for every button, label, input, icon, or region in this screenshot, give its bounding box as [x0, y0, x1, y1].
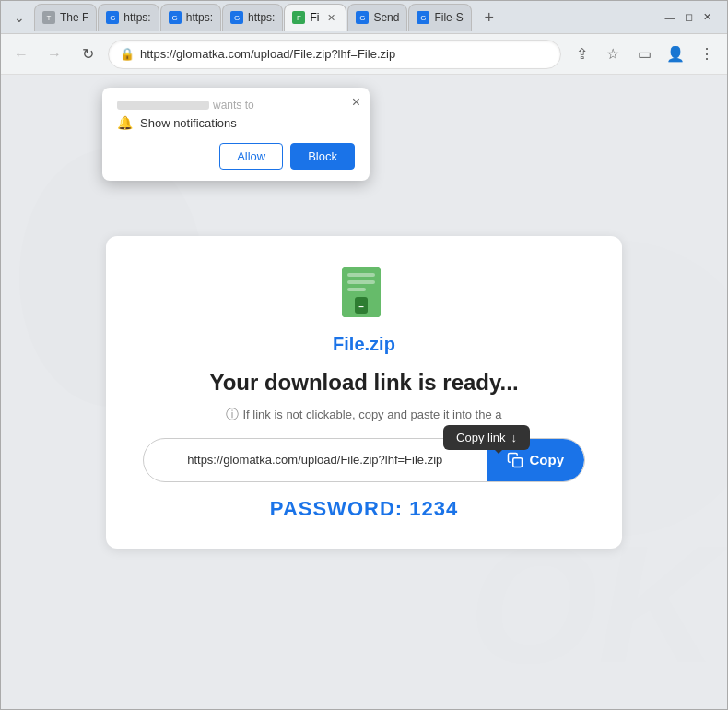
tab-1-favicon: T [42, 11, 55, 24]
window-controls: — ◻ ✕ [663, 10, 714, 25]
tab-2[interactable]: G https: [98, 4, 159, 31]
share-icon[interactable]: ⇪ [569, 41, 594, 67]
permission-label: Show notifications [140, 116, 237, 130]
copy-link-tooltip: Copy link ↓ [443, 425, 530, 450]
tab-5[interactable]: F Fi ✕ [284, 4, 346, 31]
title-bar: ⌄ T The F G https: G https: G https: [1, 1, 727, 34]
popup-buttons: Allow Block [117, 143, 355, 170]
download-heading: Your download link is ready... [143, 370, 585, 396]
copy-link-tooltip-text: Copy link [456, 431, 505, 444]
tab-6-title: Send [373, 11, 399, 24]
new-tab-button[interactable]: + [476, 6, 502, 31]
link-url-text: https://glomatka.com/upload/File.zip?lhf… [144, 453, 487, 467]
tab-3-title: https: [186, 11, 213, 24]
address-bar-row: ← → ↻ 🔒 https://glomatka.com/upload/File… [1, 34, 727, 75]
popup-wants-text: wants to [213, 99, 254, 112]
tab-3[interactable]: G https: [160, 4, 221, 31]
address-text: https://glomatka.com/upload/File.zip?lhf… [140, 47, 549, 61]
link-row-container: Copy link ↓ https://glomatka.com/upload/… [143, 438, 585, 482]
file-zip-icon: – [335, 264, 393, 323]
main-card: – File.zip Your download link is ready..… [106, 236, 622, 549]
copy-link-arrow: ↓ [511, 431, 518, 444]
info-text: ⓘ If link is not clickable, copy and pas… [143, 407, 585, 423]
site-url-blurred [117, 101, 209, 110]
info-icon: ⓘ [226, 407, 239, 423]
tab-3-favicon: G [169, 11, 182, 24]
back-button[interactable]: ← [8, 41, 34, 67]
tab-2-title: https: [123, 11, 150, 24]
svg-rect-4 [347, 288, 366, 291]
popup-site: wants to [117, 99, 355, 112]
profile-icon[interactable]: 👤 [663, 41, 688, 67]
tab-4[interactable]: G https: [222, 4, 283, 31]
page-content: OK × wants to 🔔 Show notifications Allow… [1, 75, 727, 709]
minimize-button[interactable]: — [663, 10, 677, 25]
address-bar[interactable]: 🔒 https://glomatka.com/upload/File.zip?l… [108, 40, 561, 69]
tab-6[interactable]: G Send [347, 4, 407, 31]
allow-button[interactable]: Allow [219, 143, 283, 170]
copy-button-label: Copy [530, 452, 565, 467]
tab-4-favicon: G [230, 11, 243, 24]
copy-icon [507, 452, 523, 468]
tab-2-favicon: G [106, 11, 119, 24]
lock-icon: 🔒 [120, 47, 135, 61]
tab-7-title: File-S [434, 11, 463, 24]
tab-7-favicon: G [417, 11, 429, 24]
svg-rect-3 [347, 280, 375, 284]
bookmark-icon[interactable]: ☆ [600, 41, 626, 67]
popup-permission: 🔔 Show notifications [117, 115, 355, 130]
tab-5-favicon: F [292, 11, 305, 24]
tabs-bar: T The F G https: G https: G https: F Fi [34, 4, 659, 31]
forward-button[interactable]: → [41, 41, 67, 67]
browser-window: ⌄ T The F G https: G https: G https: [0, 0, 728, 710]
close-button[interactable]: ✕ [699, 10, 714, 25]
tab-5-close[interactable]: ✕ [323, 10, 338, 25]
popup-close-button[interactable]: × [352, 95, 360, 110]
info-text-content: If link is not clickable, copy and paste… [242, 408, 501, 421]
tab-search-icon[interactable]: ▭ [631, 41, 657, 67]
svg-rect-7 [512, 457, 522, 467]
svg-text:–: – [358, 302, 364, 312]
tab-5-title: Fi [310, 11, 319, 24]
block-button[interactable]: Block [290, 143, 355, 170]
tab-1[interactable]: T The F [34, 4, 97, 31]
password-text: PASSWORD: 1234 [143, 497, 585, 521]
reload-button[interactable]: ↻ [75, 41, 100, 67]
bell-icon: 🔔 [117, 115, 133, 130]
maximize-button[interactable]: ◻ [681, 10, 696, 25]
file-title: File.zip [143, 334, 585, 355]
menu-icon[interactable]: ⋮ [694, 41, 720, 67]
tabs-chevron[interactable]: ⌄ [8, 5, 30, 30]
tab-1-title: The F [60, 11, 88, 24]
tab-6-favicon: G [356, 11, 369, 24]
svg-rect-2 [347, 273, 375, 277]
tab-4-title: https: [248, 11, 275, 24]
notification-popup: × wants to 🔔 Show notifications Allow Bl… [102, 88, 370, 181]
tab-7[interactable]: G File-S [408, 4, 471, 31]
toolbar-icons: ⇪ ☆ ▭ 👤 ⋮ [569, 41, 720, 67]
